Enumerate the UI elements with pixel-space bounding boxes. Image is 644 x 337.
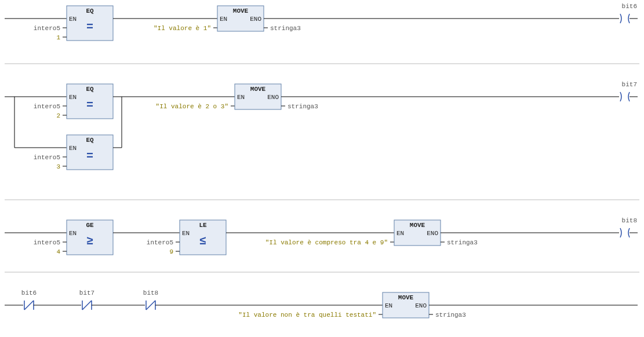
ge-en: EN: [69, 230, 77, 237]
eq1-en: EN: [69, 16, 77, 23]
rung-3: GE EN ≥ intero5 4 LE EN ≤ intero5 9 "Il …: [5, 217, 638, 255]
move1-en: EN: [220, 16, 227, 23]
coil-bit6: bit6: [620, 3, 637, 23]
move4-eno: ENO: [415, 302, 427, 309]
eq2a-title: EQ: [86, 86, 94, 93]
ge-block: GE EN ≥: [67, 220, 113, 255]
move1-out: stringa3: [270, 25, 301, 32]
eq2a-in1: intero5: [34, 103, 60, 110]
rung-4: bit6 bit7 bit8 "Il valore non è tra quel…: [5, 290, 638, 318]
eq1-op: =: [86, 20, 93, 34]
eq-block-2a: EQ EN =: [67, 84, 113, 119]
eq2b-op: =: [86, 149, 93, 163]
contact-bit6-nc: bit6: [21, 290, 37, 310]
eq2b-title: EQ: [86, 137, 94, 144]
contact3-label: bit8: [143, 290, 158, 296]
move2-en: EN: [237, 94, 245, 101]
eq2b-en: EN: [69, 145, 77, 152]
move-block-4: MOVE EN ENO: [383, 292, 429, 318]
le-op: ≤: [199, 235, 206, 248]
move3-in: "Il valore è compreso tra 4 e 9": [265, 239, 388, 246]
ge-title: GE: [86, 222, 94, 229]
eq2b-in2: 3: [56, 163, 60, 170]
rung-1: EQ EN = intero5 1 "Il valore è 1" MOVE E…: [5, 3, 638, 41]
move2-eno: ENO: [267, 94, 279, 101]
contact1-label: bit6: [21, 290, 37, 296]
rung-2: EQ EN = intero5 2 EQ EN = intero5 3 "Il …: [5, 81, 638, 170]
eq1-title: EQ: [86, 8, 94, 14]
contact-bit7-nc: bit7: [79, 290, 94, 310]
move3-eno: ENO: [427, 230, 438, 237]
le-title: LE: [199, 222, 207, 229]
eq1-in1: intero5: [34, 25, 60, 32]
move-block-3: MOVE EN ENO: [394, 220, 441, 246]
move3-title: MOVE: [410, 222, 425, 229]
move1-eno: ENO: [250, 16, 261, 23]
coil-bit8: bit8: [620, 217, 637, 237]
le-in2: 9: [169, 248, 173, 255]
eq2a-op: =: [86, 98, 93, 112]
svg-line-53: [82, 301, 92, 310]
eq1-in2: 1: [56, 34, 60, 41]
le-en: EN: [182, 230, 190, 237]
ge-in2: 4: [56, 248, 60, 255]
eq2a-en: EN: [69, 94, 77, 101]
eq-block-2b: EQ EN =: [67, 135, 113, 170]
le-in1: intero5: [147, 239, 173, 246]
le-block: LE EN ≤: [180, 220, 226, 255]
svg-line-57: [146, 301, 155, 310]
move4-out: stringa3: [435, 312, 466, 318]
move-block-1: MOVE EN ENO: [217, 6, 264, 31]
contact2-label: bit7: [79, 290, 94, 296]
move2-in: "Il valore è 2 o 3": [156, 103, 228, 110]
coil3-label: bit8: [622, 217, 637, 224]
move4-in: "Il valore non è tra quelli testati": [238, 312, 376, 318]
move1-title: MOVE: [233, 8, 249, 14]
move3-out: stringa3: [447, 239, 478, 246]
move-block-2: MOVE EN ENO: [235, 84, 281, 109]
move2-title: MOVE: [250, 86, 266, 93]
eq-block-1: EQ EN =: [67, 6, 113, 41]
ge-op: ≥: [86, 235, 93, 248]
move2-out: stringa3: [288, 103, 318, 110]
move4-title: MOVE: [398, 294, 414, 301]
move1-in: "Il valore è 1": [154, 25, 211, 32]
ge-in1: intero5: [34, 239, 60, 246]
move4-en: EN: [385, 302, 392, 309]
contact-bit8-nc: bit8: [143, 290, 158, 310]
coil-bit7: bit7: [620, 81, 637, 101]
coil1-label: bit6: [622, 3, 637, 10]
move3-en: EN: [396, 230, 404, 237]
coil2-label: bit7: [622, 81, 637, 88]
eq2b-in1: intero5: [34, 154, 60, 161]
svg-line-49: [24, 301, 34, 310]
eq2a-in2: 2: [56, 112, 60, 119]
